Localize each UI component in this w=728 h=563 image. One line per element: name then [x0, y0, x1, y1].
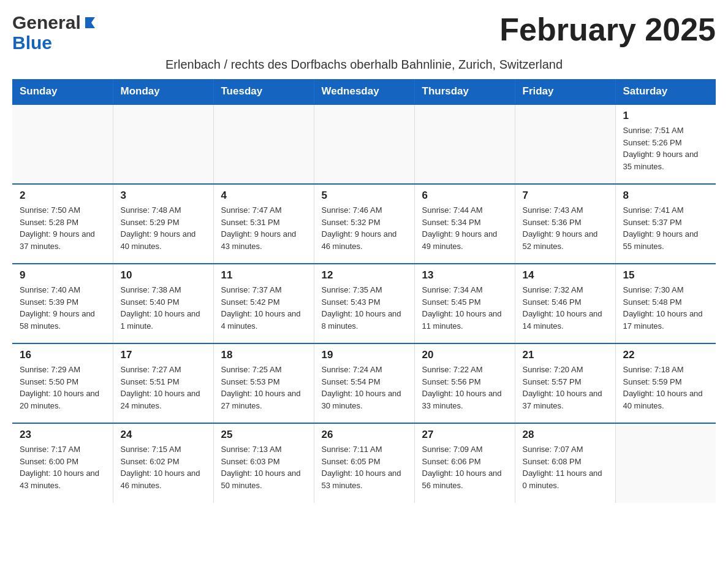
day-info: Sunrise: 7:38 AM Sunset: 5:40 PM Dayligh… — [121, 284, 206, 332]
svg-marker-0 — [85, 17, 95, 28]
calendar-header-cell: Sunday — [12, 79, 113, 104]
day-info: Sunrise: 7:35 AM Sunset: 5:43 PM Dayligh… — [322, 284, 407, 332]
day-info: Sunrise: 7:15 AM Sunset: 6:02 PM Dayligh… — [121, 443, 206, 491]
day-number: 9 — [20, 269, 105, 282]
calendar-day-cell: 5Sunrise: 7:46 AM Sunset: 5:32 PM Daylig… — [314, 184, 414, 264]
day-number: 4 — [221, 190, 306, 202]
day-number: 15 — [623, 269, 709, 282]
day-info: Sunrise: 7:22 AM Sunset: 5:56 PM Dayligh… — [422, 364, 507, 412]
day-number: 20 — [422, 349, 507, 361]
page-title: February 2025 — [499, 12, 716, 47]
calendar-week-row: 9Sunrise: 7:40 AM Sunset: 5:39 PM Daylig… — [12, 264, 716, 343]
day-info: Sunrise: 7:37 AM Sunset: 5:42 PM Dayligh… — [221, 284, 306, 332]
day-number: 7 — [523, 190, 608, 202]
day-number: 8 — [623, 190, 709, 202]
day-info: Sunrise: 7:40 AM Sunset: 5:39 PM Dayligh… — [20, 284, 105, 332]
calendar-header-cell: Monday — [113, 79, 213, 104]
day-number: 12 — [322, 269, 407, 282]
calendar-week-row: 1Sunrise: 7:51 AM Sunset: 5:26 PM Daylig… — [12, 104, 716, 184]
day-info: Sunrise: 7:07 AM Sunset: 6:08 PM Dayligh… — [523, 443, 608, 491]
calendar-day-cell: 16Sunrise: 7:29 AM Sunset: 5:50 PM Dayli… — [12, 343, 113, 423]
calendar-header-cell: Wednesday — [314, 79, 414, 104]
calendar-day-cell: 25Sunrise: 7:13 AM Sunset: 6:03 PM Dayli… — [213, 423, 314, 503]
calendar-day-cell: 6Sunrise: 7:44 AM Sunset: 5:34 PM Daylig… — [414, 184, 515, 264]
day-number: 27 — [422, 429, 507, 441]
calendar-day-cell: 18Sunrise: 7:25 AM Sunset: 5:53 PM Dayli… — [213, 343, 314, 423]
calendar-day-cell: 23Sunrise: 7:17 AM Sunset: 6:00 PM Dayli… — [12, 423, 113, 503]
calendar-day-cell — [414, 104, 515, 184]
calendar-day-cell — [213, 104, 314, 184]
calendar-day-cell — [12, 104, 113, 184]
calendar-day-cell: 14Sunrise: 7:32 AM Sunset: 5:46 PM Dayli… — [515, 264, 615, 343]
day-info: Sunrise: 7:24 AM Sunset: 5:54 PM Dayligh… — [322, 364, 407, 412]
day-info: Sunrise: 7:20 AM Sunset: 5:57 PM Dayligh… — [523, 364, 608, 412]
day-info: Sunrise: 7:13 AM Sunset: 6:03 PM Dayligh… — [221, 443, 306, 491]
calendar-body: 1Sunrise: 7:51 AM Sunset: 5:26 PM Daylig… — [12, 104, 716, 503]
day-info: Sunrise: 7:51 AM Sunset: 5:26 PM Dayligh… — [623, 124, 709, 172]
day-info: Sunrise: 7:17 AM Sunset: 6:00 PM Dayligh… — [20, 443, 105, 491]
page-header: General Blue February 2025 — [12, 12, 716, 53]
day-info: Sunrise: 7:18 AM Sunset: 5:59 PM Dayligh… — [623, 364, 709, 412]
day-number: 24 — [121, 429, 206, 441]
logo-blue-text: Blue — [12, 33, 52, 53]
day-info: Sunrise: 7:50 AM Sunset: 5:28 PM Dayligh… — [20, 204, 105, 252]
day-number: 16 — [20, 349, 105, 361]
day-info: Sunrise: 7:27 AM Sunset: 5:51 PM Dayligh… — [121, 364, 206, 412]
calendar-header: SundayMondayTuesdayWednesdayThursdayFrid… — [12, 79, 716, 104]
day-number: 19 — [322, 349, 407, 361]
day-number: 10 — [121, 269, 206, 282]
calendar-week-row: 2Sunrise: 7:50 AM Sunset: 5:28 PM Daylig… — [12, 184, 716, 264]
calendar-week-row: 16Sunrise: 7:29 AM Sunset: 5:50 PM Dayli… — [12, 343, 716, 423]
calendar-header-row: SundayMondayTuesdayWednesdayThursdayFrid… — [12, 79, 716, 104]
day-number: 26 — [322, 429, 407, 441]
calendar-day-cell: 28Sunrise: 7:07 AM Sunset: 6:08 PM Dayli… — [515, 423, 615, 503]
calendar-day-cell: 21Sunrise: 7:20 AM Sunset: 5:57 PM Dayli… — [515, 343, 615, 423]
day-info: Sunrise: 7:34 AM Sunset: 5:45 PM Dayligh… — [422, 284, 507, 332]
calendar-day-cell — [515, 104, 615, 184]
day-info: Sunrise: 7:25 AM Sunset: 5:53 PM Dayligh… — [221, 364, 306, 412]
calendar-day-cell: 10Sunrise: 7:38 AM Sunset: 5:40 PM Dayli… — [113, 264, 213, 343]
day-number: 22 — [623, 349, 709, 361]
calendar-day-cell: 15Sunrise: 7:30 AM Sunset: 5:48 PM Dayli… — [615, 264, 716, 343]
day-number: 1 — [623, 110, 709, 122]
calendar-day-cell: 19Sunrise: 7:24 AM Sunset: 5:54 PM Dayli… — [314, 343, 414, 423]
day-number: 17 — [121, 349, 206, 361]
calendar-day-cell — [314, 104, 414, 184]
calendar-day-cell: 9Sunrise: 7:40 AM Sunset: 5:39 PM Daylig… — [12, 264, 113, 343]
day-info: Sunrise: 7:32 AM Sunset: 5:46 PM Dayligh… — [523, 284, 608, 332]
calendar-day-cell: 11Sunrise: 7:37 AM Sunset: 5:42 PM Dayli… — [213, 264, 314, 343]
day-info: Sunrise: 7:09 AM Sunset: 6:06 PM Dayligh… — [422, 443, 507, 491]
logo: General Blue — [12, 12, 96, 53]
day-info: Sunrise: 7:30 AM Sunset: 5:48 PM Dayligh… — [623, 284, 709, 332]
calendar-day-cell: 22Sunrise: 7:18 AM Sunset: 5:59 PM Dayli… — [615, 343, 716, 423]
calendar-day-cell: 13Sunrise: 7:34 AM Sunset: 5:45 PM Dayli… — [414, 264, 515, 343]
calendar-day-cell: 24Sunrise: 7:15 AM Sunset: 6:02 PM Dayli… — [113, 423, 213, 503]
calendar-header-cell: Tuesday — [213, 79, 314, 104]
day-number: 14 — [523, 269, 608, 282]
day-number: 18 — [221, 349, 306, 361]
calendar-day-cell: 8Sunrise: 7:41 AM Sunset: 5:37 PM Daylig… — [615, 184, 716, 264]
day-number: 28 — [523, 429, 608, 441]
calendar-week-row: 23Sunrise: 7:17 AM Sunset: 6:00 PM Dayli… — [12, 423, 716, 503]
calendar-day-cell: 12Sunrise: 7:35 AM Sunset: 5:43 PM Dayli… — [314, 264, 414, 343]
calendar-day-cell: 17Sunrise: 7:27 AM Sunset: 5:51 PM Dayli… — [113, 343, 213, 423]
day-number: 5 — [322, 190, 407, 202]
calendar-day-cell: 27Sunrise: 7:09 AM Sunset: 6:06 PM Dayli… — [414, 423, 515, 503]
day-number: 25 — [221, 429, 306, 441]
day-number: 2 — [20, 190, 105, 202]
calendar-day-cell: 1Sunrise: 7:51 AM Sunset: 5:26 PM Daylig… — [615, 104, 716, 184]
calendar-day-cell: 2Sunrise: 7:50 AM Sunset: 5:28 PM Daylig… — [12, 184, 113, 264]
day-number: 13 — [422, 269, 507, 282]
logo-general-text: General — [12, 12, 81, 33]
calendar-header-cell: Thursday — [414, 79, 515, 104]
calendar-day-cell: 4Sunrise: 7:47 AM Sunset: 5:31 PM Daylig… — [213, 184, 314, 264]
calendar-header-cell: Friday — [515, 79, 615, 104]
calendar-day-cell — [113, 104, 213, 184]
day-number: 3 — [121, 190, 206, 202]
day-number: 21 — [523, 349, 608, 361]
day-info: Sunrise: 7:41 AM Sunset: 5:37 PM Dayligh… — [623, 204, 709, 252]
calendar-day-cell: 3Sunrise: 7:48 AM Sunset: 5:29 PM Daylig… — [113, 184, 213, 264]
calendar-day-cell: 20Sunrise: 7:22 AM Sunset: 5:56 PM Dayli… — [414, 343, 515, 423]
day-info: Sunrise: 7:47 AM Sunset: 5:31 PM Dayligh… — [221, 204, 306, 252]
day-info: Sunrise: 7:43 AM Sunset: 5:36 PM Dayligh… — [523, 204, 608, 252]
